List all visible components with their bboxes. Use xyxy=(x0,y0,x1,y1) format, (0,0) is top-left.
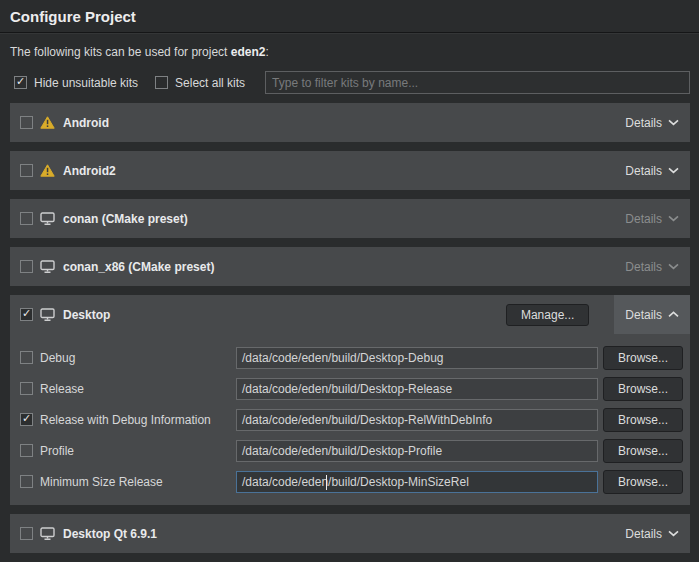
browse-button-profile[interactable]: Browse... xyxy=(603,439,683,463)
details-toggle-desktop-qt[interactable]: Details xyxy=(614,514,690,553)
build-config-list: Debug /data/code/eden/build/Desktop-Debu… xyxy=(10,342,690,497)
build-dir-field-release[interactable]: /data/code/eden/build/Desktop-Release xyxy=(236,378,598,400)
config-checkbox-profile[interactable] xyxy=(20,444,33,457)
details-label: Details xyxy=(625,308,662,322)
monitor-icon xyxy=(40,212,55,225)
config-label: Profile xyxy=(40,444,236,458)
browse-button-release[interactable]: Browse... xyxy=(603,377,683,401)
config-checkbox-debug[interactable] xyxy=(20,351,33,364)
kit-name: Desktop xyxy=(63,308,110,322)
kit-row-desktop[interactable]: Desktop Manage... Details xyxy=(10,295,690,334)
config-label: Debug xyxy=(40,351,236,365)
monitor-icon xyxy=(40,308,55,321)
hint-prefix: The following kits can be used for proje… xyxy=(10,45,231,59)
details-toggle-android[interactable]: Details xyxy=(614,103,690,142)
build-dir-field-relwithdebinfo[interactable]: /data/code/eden/build/Desktop-RelWithDeb… xyxy=(236,409,598,431)
details-toggle-desktop[interactable]: Details xyxy=(614,295,690,334)
page-title: Configure Project xyxy=(10,8,136,25)
config-checkbox-release[interactable] xyxy=(20,382,33,395)
chevron-down-icon xyxy=(668,215,679,222)
kit-name: Android xyxy=(63,116,109,130)
browse-button-minsizerel[interactable]: Browse... xyxy=(603,470,683,494)
select-all-kits-checkbox[interactable] xyxy=(155,76,168,89)
chevron-up-icon xyxy=(668,311,679,318)
kit-checkbox-desktop-qt[interactable] xyxy=(20,527,33,540)
config-label: Release xyxy=(40,382,236,396)
kit-row-android[interactable]: Android Details xyxy=(10,103,690,142)
filter-row: Hide unsuitable kits Select all kits xyxy=(14,71,690,94)
config-label: Release with Debug Information xyxy=(40,413,236,427)
hide-unsuitable-kits-label: Hide unsuitable kits xyxy=(34,76,138,90)
title-bar: Configure Project xyxy=(0,0,699,32)
monitor-icon xyxy=(40,527,55,540)
build-config-row-profile: Profile /data/code/eden/build/Desktop-Pr… xyxy=(10,435,690,466)
chevron-down-icon xyxy=(668,167,679,174)
build-dir-field-minsizerel[interactable]: /data/code/eden/build/Desktop-MinSizeRel xyxy=(236,471,598,493)
kit-checkbox-android2[interactable] xyxy=(20,164,33,177)
browse-button-relwithdebinfo[interactable]: Browse... xyxy=(603,408,683,432)
project-name: eden2 xyxy=(231,45,266,59)
details-label: Details xyxy=(625,164,662,178)
details-label: Details xyxy=(625,212,662,226)
kit-checkbox-desktop[interactable] xyxy=(20,308,33,321)
details-toggle-conan: Details xyxy=(614,199,690,238)
build-dir-text: /data/code/eden/build/Desktop-MinSizeRel xyxy=(242,475,469,489)
details-label: Details xyxy=(625,260,662,274)
kit-name: Desktop Qt 6.9.1 xyxy=(63,527,157,541)
details-toggle-android2[interactable]: Details xyxy=(614,151,690,190)
build-config-row-minsizerel: Minimum Size Release /data/code/eden/bui… xyxy=(10,466,690,497)
kit-checkbox-conan[interactable] xyxy=(20,212,33,225)
kit-checkbox-conan-x86[interactable] xyxy=(20,260,33,273)
chevron-down-icon xyxy=(668,530,679,537)
kits-hint-text: The following kits can be used for proje… xyxy=(10,45,689,59)
kit-row-conan-x86[interactable]: conan_x86 (CMake preset) Details xyxy=(10,247,690,286)
monitor-icon xyxy=(40,260,55,273)
chevron-down-icon xyxy=(668,263,679,270)
hint-suffix: : xyxy=(265,45,268,59)
kit-name: Android2 xyxy=(63,164,116,178)
title-separator xyxy=(0,32,699,34)
kit-row-conan[interactable]: conan (CMake preset) Details xyxy=(10,199,690,238)
details-label: Details xyxy=(625,116,662,130)
build-config-row-relwithdebinfo: Release with Debug Information /data/cod… xyxy=(10,404,690,435)
configure-project-page: Configure Project The following kits can… xyxy=(0,0,699,553)
build-dir-field-profile[interactable]: /data/code/eden/build/Desktop-Profile xyxy=(236,440,598,462)
browse-button-debug[interactable]: Browse... xyxy=(603,346,683,370)
kit-name: conan_x86 (CMake preset) xyxy=(63,260,214,274)
build-config-row-debug: Debug /data/code/eden/build/Desktop-Debu… xyxy=(10,342,690,373)
config-checkbox-relwithdebinfo[interactable] xyxy=(20,413,33,426)
hide-unsuitable-kits-checkbox[interactable] xyxy=(14,76,27,89)
select-all-kits-label: Select all kits xyxy=(175,76,245,90)
kit-row-android2[interactable]: Android2 Details xyxy=(10,151,690,190)
kit-panel-desktop: Desktop Manage... Details Debug /data/co… xyxy=(10,295,690,505)
kit-filter-input[interactable] xyxy=(265,71,690,94)
chevron-down-icon xyxy=(668,119,679,126)
warning-icon xyxy=(40,164,55,177)
config-label: Minimum Size Release xyxy=(40,475,236,489)
warning-icon xyxy=(40,116,55,129)
kit-row-desktop-qt[interactable]: Desktop Qt 6.9.1 Details xyxy=(10,514,690,553)
details-label: Details xyxy=(625,527,662,541)
kit-checkbox-android[interactable] xyxy=(20,116,33,129)
kit-list: Android Details Android2 Details xyxy=(10,103,690,553)
build-config-row-release: Release /data/code/eden/build/Desktop-Re… xyxy=(10,373,690,404)
text-caret xyxy=(326,475,327,490)
kit-name: conan (CMake preset) xyxy=(63,212,188,226)
config-checkbox-minsizerel[interactable] xyxy=(20,475,33,488)
build-dir-field-debug[interactable]: /data/code/eden/build/Desktop-Debug xyxy=(236,347,598,369)
manage-kits-button[interactable]: Manage... xyxy=(506,304,589,326)
details-toggle-conan-x86: Details xyxy=(614,247,690,286)
